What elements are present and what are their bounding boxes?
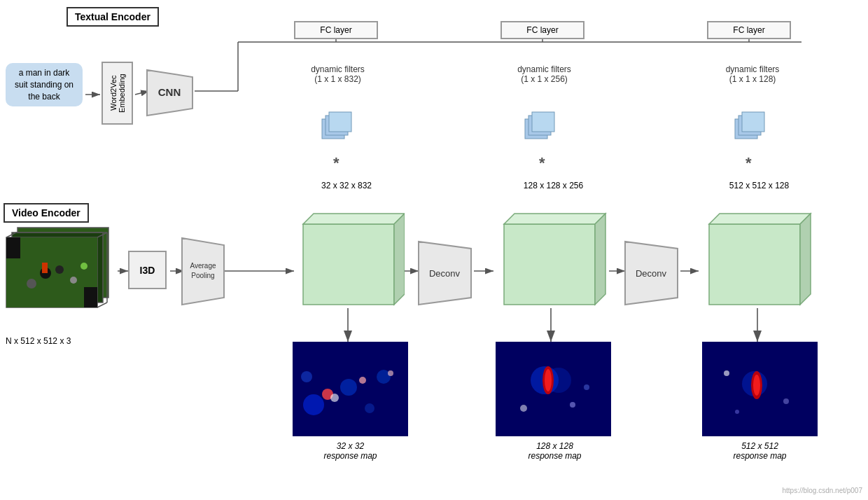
- response-map-3-sublabel: response map: [702, 451, 818, 461]
- feat-dim-3-text: 512 x 512 x 128: [729, 181, 789, 190]
- svg-point-66: [340, 379, 357, 396]
- dyn-filter-2-dims: (1 x 1 x 256): [500, 74, 588, 84]
- svg-point-78: [545, 369, 552, 391]
- svg-text:CNN: CNN: [158, 86, 181, 98]
- svg-point-71: [388, 370, 393, 376]
- svg-point-81: [584, 384, 589, 390]
- response-map-1-size: 32 x 32: [293, 441, 408, 451]
- i3d-box: I3D: [128, 251, 167, 289]
- dyn-filter-2-label: dynamic filters: [500, 64, 588, 74]
- svg-point-79: [520, 405, 527, 412]
- video-dim-label: N x 512 x 512 x 3: [6, 336, 71, 346]
- svg-rect-28: [42, 263, 48, 273]
- word2vec-box: Word2Vec Embedding: [102, 62, 133, 125]
- feat-dim-1: 32 x 32 x 832: [301, 181, 392, 190]
- svg-point-27: [55, 265, 64, 274]
- fc-layer-3-text: FC layer: [733, 25, 764, 35]
- svg-point-30: [27, 279, 36, 289]
- textual-encoder-label: Textual Encoder: [66, 7, 159, 27]
- svg-point-70: [359, 377, 366, 384]
- fc-layer-3: FC layer: [707, 21, 791, 39]
- svg-marker-59: [800, 214, 811, 305]
- conv-symbol-1: *: [333, 154, 340, 172]
- conv-symbol-3: *: [746, 154, 752, 172]
- watermark-text: https://blog.csdn.net/p007: [782, 487, 862, 494]
- svg-point-85: [753, 375, 760, 396]
- svg-text:Pooling: Pooling: [191, 272, 214, 279]
- svg-line-35: [97, 303, 107, 307]
- dyn-filter-3-dims: (1 x 1 x 128): [707, 74, 798, 84]
- video-encoder-label: Video Encoder: [4, 203, 89, 223]
- svg-point-73: [365, 403, 374, 413]
- svg-point-88: [735, 410, 739, 414]
- dynamic-filters-3: dynamic filters (1 x 1 x 128): [707, 64, 798, 84]
- word2vec-text: Word2Vec Embedding: [109, 63, 126, 123]
- svg-rect-32: [6, 237, 20, 258]
- svg-marker-53: [394, 214, 405, 305]
- query-text: a man in dark suit standing on the back: [15, 68, 74, 102]
- query-box: a man in dark suit standing on the back: [6, 63, 83, 106]
- svg-marker-54: [504, 224, 595, 305]
- dyn-filter-3-label: dynamic filters: [707, 64, 798, 74]
- svg-marker-51: [303, 224, 394, 305]
- svg-text:Average: Average: [190, 262, 216, 270]
- response-map-1-sublabel: response map: [293, 451, 408, 461]
- textual-encoder-text: Textual Encoder: [75, 11, 150, 22]
- svg-point-69: [330, 394, 339, 402]
- svg-rect-50: [742, 112, 764, 132]
- svg-marker-56: [595, 214, 606, 305]
- fc-layer-1-text: FC layer: [320, 25, 351, 35]
- response-map-2-sublabel: response map: [497, 451, 612, 461]
- dyn-filter-1-label: dynamic filters: [298, 64, 378, 74]
- i3d-text: I3D: [140, 265, 155, 276]
- dynamic-filters-2: dynamic filters (1 x 1 x 256): [500, 64, 588, 84]
- svg-point-31: [80, 263, 88, 270]
- svg-rect-44: [329, 112, 351, 132]
- svg-marker-58: [709, 214, 811, 224]
- svg-marker-52: [303, 214, 405, 224]
- svg-rect-47: [532, 112, 554, 132]
- dynamic-filters-1: dynamic filters (1 x 1 x 832): [298, 64, 378, 84]
- video-encoder-text: Video Encoder: [12, 207, 80, 218]
- response-map-2-label: 128 x 128 response map: [497, 441, 612, 461]
- dyn-filter-1-dims: (1 x 1 x 832): [298, 74, 378, 84]
- feat-dim-3: 512 x 512 x 128: [708, 181, 810, 190]
- response-map-2-size: 128 x 128: [497, 441, 612, 451]
- svg-marker-57: [709, 224, 800, 305]
- svg-point-29: [70, 277, 77, 284]
- watermark: https://blog.csdn.net/p007: [782, 487, 862, 494]
- response-map-3-label: 512 x 512 response map: [702, 441, 818, 461]
- svg-rect-33: [84, 287, 97, 307]
- svg-marker-55: [504, 214, 606, 224]
- feat-dim-2-text: 128 x 128 x 256: [524, 181, 583, 190]
- fc-layer-2-text: FC layer: [526, 25, 558, 35]
- response-map-1-label: 32 x 32 response map: [293, 441, 408, 461]
- svg-point-80: [570, 402, 575, 408]
- svg-point-86: [724, 370, 729, 376]
- svg-point-72: [301, 371, 312, 382]
- svg-text:Deconv: Deconv: [636, 268, 667, 279]
- feat-dim-2: 128 x 128 x 256: [503, 181, 604, 190]
- conv-symbol-2: *: [539, 154, 545, 172]
- svg-point-65: [303, 394, 324, 415]
- feat-dim-1-text: 32 x 32 x 832: [321, 181, 372, 190]
- fc-layer-1: FC layer: [294, 21, 378, 39]
- svg-text:Deconv: Deconv: [429, 268, 461, 279]
- svg-point-87: [783, 398, 789, 404]
- video-dim-text: N x 512 x 512 x 3: [6, 336, 71, 346]
- response-map-3-size: 512 x 512: [702, 441, 818, 451]
- fc-layer-2: FC layer: [500, 21, 584, 39]
